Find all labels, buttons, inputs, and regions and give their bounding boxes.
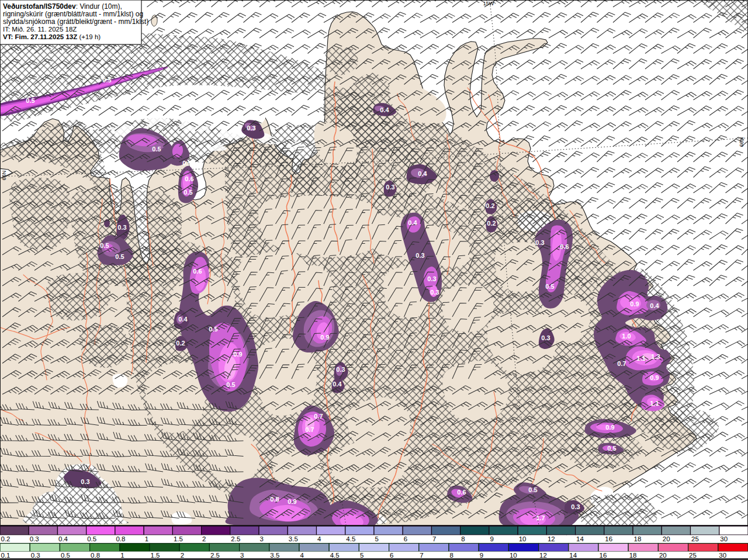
svg-text:0.3: 0.3 [117,224,126,231]
svg-text:1: 1 [145,535,148,542]
svg-text:0.5: 0.5 [115,253,124,260]
svg-text:1.1: 1.1 [636,355,645,362]
svg-text:0.5: 0.5 [152,146,161,153]
svg-text:7: 7 [432,535,436,542]
svg-text:0.6: 0.6 [560,243,569,250]
svg-text:14: 14 [569,552,577,559]
svg-text:0.5: 0.5 [87,535,96,542]
svg-text:0.5: 0.5 [26,97,34,104]
svg-text:18: 18 [634,535,642,542]
svg-text:10: 10 [510,552,517,559]
svg-text:0.5: 0.5 [102,77,111,84]
svg-text:25: 25 [689,552,697,559]
svg-text:0.5: 0.5 [100,242,109,249]
svg-text:1.1: 1.1 [650,400,659,407]
svg-text:0.4: 0.4 [333,381,342,388]
svg-text:0.5: 0.5 [183,189,192,196]
svg-text:16: 16 [600,552,607,559]
svg-text:0.8: 0.8 [91,552,100,559]
svg-text:30: 30 [719,552,726,559]
svg-text:0.6: 0.6 [457,489,466,496]
svg-text:0.5: 0.5 [226,381,235,388]
svg-text:0.3: 0.3 [386,184,394,191]
svg-text:1.3: 1.3 [651,353,660,360]
svg-text:3.5: 3.5 [289,535,298,542]
svg-text:0.7: 0.7 [314,413,323,420]
svg-text:0.9: 0.9 [630,300,639,307]
svg-text:VT: Fim. 27.11.2025 13Z (+19 h: VT: Fim. 27.11.2025 13Z (+19 h) [3,33,101,40]
svg-text:6: 6 [390,552,393,559]
svg-text:0.3: 0.3 [571,503,580,510]
svg-text:5: 5 [375,535,379,542]
svg-text:0.9: 0.9 [288,498,296,505]
svg-text:66N: 66N [1,171,7,181]
svg-text:7: 7 [420,552,423,559]
svg-text:0.3: 0.3 [30,535,39,542]
svg-text:18: 18 [629,552,637,559]
svg-text:0.8: 0.8 [270,496,279,503]
svg-text:12: 12 [539,552,547,559]
svg-text:0.3: 0.3 [430,289,439,296]
svg-text:0.5: 0.5 [61,552,70,559]
svg-text:4.5: 4.5 [330,552,340,559]
svg-text:9: 9 [480,552,483,559]
svg-text:4: 4 [317,535,321,542]
svg-text:3.5: 3.5 [270,552,279,559]
svg-text:0.9: 0.9 [650,374,659,381]
svg-text:rigning/skúrir (grænt/blátt/ra: rigning/skúrir (grænt/blátt/rautt - mm/1… [3,10,143,18]
svg-text:0.5: 0.5 [182,160,191,167]
svg-text:0.3: 0.3 [336,366,345,373]
svg-text:30: 30 [720,535,728,542]
svg-text:12: 12 [548,535,555,542]
svg-text:6: 6 [404,535,407,542]
svg-text:0.2: 0.2 [486,202,494,209]
svg-text:0.2: 0.2 [487,220,496,227]
svg-text:8: 8 [450,552,453,559]
svg-text:slydda/snjókoma (grátt/bleikt/: slydda/snjókoma (grátt/bleikt/grænt - mm… [3,18,148,26]
svg-text:14: 14 [576,535,584,542]
svg-text:0.6: 0.6 [185,175,193,182]
svg-text:0.4: 0.4 [380,106,389,113]
svg-text:0.6: 0.6 [193,268,202,275]
svg-text:9: 9 [490,535,493,542]
svg-text:0.2: 0.2 [176,340,185,347]
svg-text:10: 10 [519,535,527,542]
svg-text:0.3: 0.3 [535,239,544,246]
svg-text:3: 3 [240,552,244,559]
svg-text:0.9: 0.9 [605,424,614,431]
svg-text:0.3: 0.3 [415,252,424,259]
svg-text:0.4: 0.4 [650,302,659,309]
svg-text:2: 2 [202,535,206,542]
svg-text:0.4: 0.4 [418,170,427,177]
svg-text:20: 20 [663,535,670,542]
svg-text:1.0: 1.0 [622,333,631,340]
svg-text:0.4: 0.4 [408,219,417,226]
svg-text:4: 4 [300,552,304,559]
svg-text:0.3: 0.3 [427,275,436,282]
svg-text:66N: 66N [739,137,744,147]
svg-text:2: 2 [181,552,184,559]
svg-text:1: 1 [120,552,124,559]
svg-text:0.3: 0.3 [247,125,255,132]
svg-text:16: 16 [605,535,612,542]
svg-text:0.9: 0.9 [233,351,242,358]
svg-text:0.5: 0.5 [545,283,554,290]
svg-text:20: 20 [659,552,667,559]
svg-text:1.5: 1.5 [174,535,183,542]
svg-text:0.8: 0.8 [116,535,125,542]
svg-text:0.2: 0.2 [1,535,11,542]
svg-text:2.5: 2.5 [210,552,220,559]
svg-text:0.4: 0.4 [178,316,188,323]
svg-text:8: 8 [461,535,465,542]
svg-text:Veðurstofan/IS750dev: Vindur (: Veðurstofan/IS750dev: Vindur (10m), [3,2,122,11]
svg-text:0.5: 0.5 [607,445,616,452]
svg-text:0.3: 0.3 [31,552,40,559]
svg-text:0.9: 0.9 [320,334,329,341]
svg-text:1.5: 1.5 [151,552,160,559]
svg-text:4.5: 4.5 [346,535,355,542]
svg-text:0.7: 0.7 [617,360,626,367]
svg-text:0.3: 0.3 [81,478,89,485]
svg-text:25: 25 [691,535,699,542]
svg-text:5: 5 [360,552,363,559]
svg-text:3: 3 [260,535,264,542]
